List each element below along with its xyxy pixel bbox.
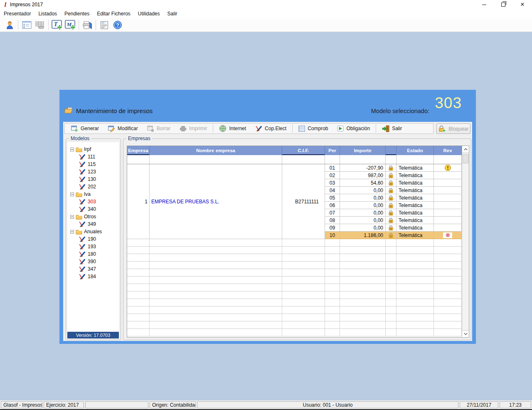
scroll-up-button[interactable] bbox=[462, 146, 469, 153]
tree-folder-irpf[interactable]: Irpf bbox=[67, 146, 119, 153]
user-button[interactable] bbox=[3, 19, 16, 31]
column-header-c-i-f[interactable]: C.I.F. bbox=[282, 146, 325, 155]
rev-cell bbox=[434, 224, 462, 232]
tree-item-193[interactable]: 193 bbox=[67, 243, 119, 250]
new-month-icon: M bbox=[65, 20, 76, 30]
aeat-icon bbox=[79, 221, 86, 227]
period-row-05[interactable]: 050,00Telemática bbox=[325, 194, 462, 202]
tree-item-180[interactable]: 180 bbox=[67, 250, 119, 258]
button-label: Cop.Elect bbox=[265, 126, 286, 131]
tree-folder-otros[interactable]: Otros bbox=[67, 213, 119, 220]
filter-cell[interactable] bbox=[397, 155, 434, 164]
new-trimester-button[interactable]: T bbox=[50, 19, 64, 31]
restore-button[interactable] bbox=[494, 0, 513, 9]
generar-button[interactable]: Generar bbox=[66, 124, 103, 133]
internet-button[interactable]: Internet bbox=[214, 124, 251, 133]
empty-cell bbox=[282, 306, 325, 314]
form-content: GenerarModificarBorrarImprimirInternetCo… bbox=[63, 122, 472, 341]
period-row-07[interactable]: 070,00Telemática bbox=[325, 209, 462, 217]
menu-item-listados[interactable]: Listados bbox=[35, 10, 62, 18]
filter-cell[interactable] bbox=[434, 155, 462, 164]
period-row-01[interactable]: 01-207,90Telemática bbox=[325, 164, 462, 172]
empty-row bbox=[127, 299, 469, 306]
comprob-button[interactable]: Comprob bbox=[294, 124, 332, 133]
rev-cell bbox=[434, 172, 462, 179]
aeat-icon bbox=[79, 266, 86, 272]
modificar-button[interactable]: Modificar bbox=[103, 124, 143, 133]
tree-item-184[interactable]: 184 bbox=[67, 273, 119, 280]
column-header-nombre-empresa[interactable]: Nombre empresa bbox=[150, 146, 282, 155]
tree-item-303[interactable]: 303 bbox=[67, 198, 119, 205]
empty-row bbox=[127, 306, 469, 314]
filter-cell[interactable] bbox=[325, 155, 340, 164]
filter-cell[interactable] bbox=[340, 155, 386, 164]
period-row-02[interactable]: 02987,00Telemática bbox=[325, 172, 462, 179]
empty-cell bbox=[150, 239, 282, 247]
close-button[interactable]: × bbox=[513, 0, 532, 9]
period-row-06[interactable]: 060,00Telemática bbox=[325, 202, 462, 209]
column-header-rev[interactable]: Rev bbox=[434, 146, 462, 155]
tree-item-115[interactable]: 115 bbox=[67, 161, 119, 168]
column-header-per[interactable]: Per bbox=[325, 146, 340, 155]
printer-gray-icon bbox=[180, 125, 187, 132]
window-list-button[interactable] bbox=[20, 19, 33, 31]
company-row[interactable]: 1 EMPRESA DE PRUEBAS S.L. B27111111 01-2… bbox=[127, 164, 469, 239]
tree-item-202[interactable]: 202 bbox=[67, 183, 119, 190]
menu-bar: PresentadorListadosPendientesEditar Fich… bbox=[0, 9, 532, 18]
minimize-button[interactable] bbox=[475, 0, 494, 9]
filter-cell[interactable] bbox=[150, 155, 282, 164]
menu-item-pendientes[interactable]: Pendientes bbox=[62, 10, 94, 18]
column-header-lock[interactable] bbox=[386, 146, 397, 155]
menu-item-salir[interactable]: Salir bbox=[165, 10, 182, 18]
column-header-empresa[interactable]: Empresa bbox=[127, 146, 150, 155]
lock-cell bbox=[386, 224, 397, 232]
importe-cell: 54,60 bbox=[340, 179, 386, 187]
help-button[interactable]: ? bbox=[111, 19, 124, 31]
tree-folder-anuales[interactable]: Anuales bbox=[67, 228, 119, 235]
lock-cell bbox=[386, 172, 397, 179]
tree-item-340[interactable]: 340 bbox=[67, 205, 119, 213]
empty-cell bbox=[340, 329, 386, 336]
tree-item-111[interactable]: 111 bbox=[67, 153, 119, 161]
cop-elect-button[interactable]: Cop.Elect bbox=[251, 124, 291, 133]
app-logo-icon: I bbox=[4, 1, 7, 8]
tree-item-190[interactable]: 190 bbox=[67, 235, 119, 243]
tree-item-130[interactable]: 130 bbox=[67, 175, 119, 183]
minus-box-icon bbox=[70, 193, 74, 196]
empty-cell bbox=[386, 254, 397, 262]
period-row-09[interactable]: 090,00Telemática bbox=[325, 224, 462, 232]
column-header-estado[interactable]: Estado bbox=[397, 146, 434, 155]
menu-item-presentador[interactable]: Presentador bbox=[1, 10, 35, 18]
company-number-cell: 1 bbox=[127, 164, 150, 239]
tree-item-349[interactable]: 349 bbox=[67, 220, 119, 228]
lock-icon bbox=[388, 173, 394, 178]
tree-item-347[interactable]: 347 bbox=[67, 265, 119, 273]
obligacion-button[interactable]: Obligación bbox=[332, 124, 374, 133]
period-row-08[interactable]: 080,00Telemática bbox=[325, 217, 462, 224]
new-month-button[interactable]: M bbox=[64, 19, 77, 31]
tree-folder-label: Iva bbox=[84, 191, 91, 197]
menu-item-editar-ficheros[interactable]: Editar Ficheros bbox=[94, 10, 135, 18]
svg-text:?: ? bbox=[116, 22, 119, 28]
vertical-scrollbar[interactable] bbox=[462, 146, 469, 337]
tree-item-390[interactable]: 390 bbox=[67, 258, 119, 265]
tree-item-123[interactable]: 123 bbox=[67, 168, 119, 175]
salir-button[interactable]: Salir bbox=[377, 124, 406, 133]
minus-box-icon bbox=[70, 230, 74, 234]
period-row-10[interactable]: 101.186,00Telemática bbox=[325, 232, 462, 239]
menu-item-utilidades[interactable]: Utilidades bbox=[135, 10, 165, 18]
filter-cell[interactable] bbox=[386, 155, 397, 164]
column-header-importe[interactable]: Importe bbox=[340, 146, 386, 155]
print-button[interactable] bbox=[81, 19, 94, 31]
modelos-label: Modelos bbox=[69, 136, 91, 141]
filter-cell[interactable] bbox=[127, 155, 150, 164]
tree-folder-iva[interactable]: Iva bbox=[67, 190, 119, 198]
report-button[interactable] bbox=[98, 19, 111, 31]
period-row-04[interactable]: 040,00Telemática bbox=[325, 187, 462, 194]
lock-icon bbox=[388, 232, 394, 238]
table-data-button[interactable] bbox=[33, 19, 47, 31]
scroll-down-button[interactable] bbox=[462, 330, 469, 337]
scrollbar-thumb[interactable] bbox=[463, 154, 468, 163]
filter-cell[interactable] bbox=[282, 155, 325, 164]
period-row-03[interactable]: 0354,60Telemática bbox=[325, 179, 462, 187]
